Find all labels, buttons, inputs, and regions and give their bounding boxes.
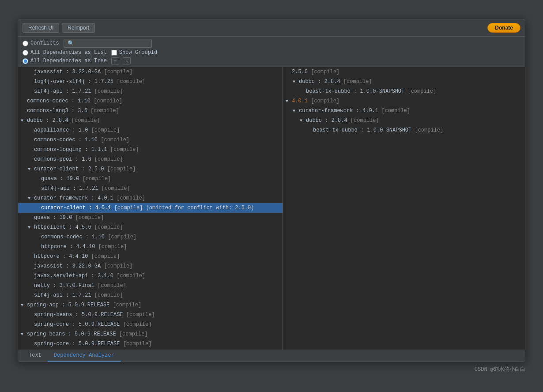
left-tree-item[interactable]: ▼spring-aop : 5.0.9.RELEASE [compile] xyxy=(18,300,283,310)
dep-scope: [compile] xyxy=(101,263,132,269)
search-input[interactable] xyxy=(64,39,152,48)
show-group-id-checkbox[interactable] xyxy=(111,50,117,56)
left-tree-item[interactable]: commons-lang3 : 3.5 [compile] xyxy=(18,106,283,116)
dep-scope: [compile] xyxy=(113,195,145,201)
collapse-all-button[interactable]: ÷ xyxy=(123,57,131,64)
tree-toggle[interactable]: ▼ xyxy=(21,117,27,124)
dep-scope: [compile] xyxy=(88,127,120,133)
dep-name: curator-client xyxy=(34,166,79,172)
tree-toggle[interactable]: ▼ xyxy=(21,331,27,338)
right-tree-item[interactable]: beast-tx-dubbo : 1.0.0-SNAPSHOT [compile… xyxy=(283,87,525,96)
dep-version: : 1.10 xyxy=(83,234,105,240)
dep-version: : 19.0 xyxy=(57,176,79,182)
left-tree-item[interactable]: httpcore : 4.4.10 [compile] xyxy=(18,252,283,261)
left-tree-item[interactable]: spring-beans : 5.0.9.RELEASE [compile] xyxy=(18,310,283,320)
left-tree-item[interactable]: guava : 19.0 [compile] xyxy=(18,213,283,222)
donate-button[interactable]: Donate xyxy=(487,23,520,33)
tree-toggle[interactable]: ▼ xyxy=(300,117,306,124)
all-deps-tree-radio[interactable] xyxy=(23,58,28,64)
dep-version: : 1.6 xyxy=(72,156,91,162)
all-deps-tree-radio-label[interactable]: All Dependencies as Tree xyxy=(23,58,107,64)
right-tree-item[interactable]: beast-tx-dubbo : 1.0.0-SNAPSHOT [compile… xyxy=(283,125,525,135)
dep-scope: [compile] xyxy=(411,127,443,133)
left-tree-item[interactable]: aopalliance : 1.0 [compile] xyxy=(18,125,283,135)
dep-name: dubbo xyxy=(299,79,315,85)
dep-scope: [compile] xyxy=(105,234,136,240)
tree-toggle[interactable]: ▼ xyxy=(28,195,34,202)
left-tree-item[interactable]: curator-client : 4.0.1 [compile] (omitte… xyxy=(18,203,283,213)
tree-toggle[interactable]: ▼ xyxy=(286,98,292,105)
dep-scope: [compile] xyxy=(91,224,123,230)
tree-toggle[interactable]: ▼ xyxy=(28,166,34,173)
dep-version: : 3.7.0.Final xyxy=(50,283,94,289)
left-tree-item[interactable]: slf4j-api : 1.7.21 [compile] xyxy=(18,87,283,96)
left-tree-item[interactable]: log4j-over-slf4j : 1.7.25 [compile] xyxy=(18,77,283,87)
left-tree-item[interactable]: commons-pool : 1.6 [compile] xyxy=(18,155,283,164)
left-tree-item[interactable]: commons-codec : 1.10 [compile] xyxy=(18,96,283,106)
dep-name: commons-pool xyxy=(34,156,72,162)
left-tree-item[interactable]: slf4j-api : 1.7.21 [compile] xyxy=(18,290,283,300)
dep-scope: [compile] xyxy=(72,215,104,221)
dep-scope: [compile] xyxy=(120,321,151,328)
tree-item-text: slf4j-api : 1.7.21 [compile] xyxy=(34,291,123,299)
left-tree-item[interactable]: commons-logging : 1.1.1 [compile] xyxy=(18,145,283,155)
right-tree-item[interactable]: ▼curator-framework : 4.0.1 [compile] xyxy=(283,106,525,116)
expand-all-button[interactable]: ≡ xyxy=(111,57,119,64)
all-deps-list-radio-label[interactable]: All Dependencies as List xyxy=(23,49,107,56)
dep-version: : 5.0.9.RELEASE xyxy=(69,341,120,347)
left-tree-item[interactable]: javassist : 3.22.0-GA [compile] xyxy=(18,67,283,77)
left-tree-item[interactable]: netty : 3.7.0.Final [compile] xyxy=(18,281,283,290)
right-tree-item[interactable]: 2.5.0 [compile] xyxy=(283,67,525,77)
dep-version: : 2.5.0 xyxy=(79,166,104,172)
tree-toggle[interactable]: ▼ xyxy=(28,224,34,231)
left-tree-item[interactable]: guava : 19.0 [compile] xyxy=(18,174,283,184)
tab-text[interactable]: Text xyxy=(23,350,48,362)
conflicts-radio[interactable] xyxy=(23,41,28,46)
dep-name: javassist xyxy=(34,69,63,75)
dep-scope: [compile] xyxy=(91,156,123,162)
left-tree-item[interactable]: commons-codec : 1.10 [compile] xyxy=(18,232,283,242)
left-tree-item[interactable]: ▼httpclient : 4.5.6 [compile] xyxy=(18,222,283,232)
left-tree-item[interactable]: javax.servlet-api : 3.1.0 [compile] xyxy=(18,271,283,281)
filter-row-2: All Dependencies as List Show GroupId xyxy=(23,49,520,56)
dep-scope: [compile] xyxy=(68,117,100,124)
right-panel[interactable]: 2.5.0 [compile]▼dubbo : 2.8.4 [compile]b… xyxy=(283,67,525,350)
left-panel[interactable]: javassist : 3.22.0-GA [compile]log4j-ove… xyxy=(18,67,283,350)
dep-version: : 1.7.25 xyxy=(85,79,113,85)
all-deps-list-radio[interactable] xyxy=(23,50,28,56)
left-tree-item[interactable]: javassist : 3.22.0-GA [compile] xyxy=(18,261,283,271)
tree-toggle[interactable]: ▼ xyxy=(293,79,299,85)
dep-version: : 19.0 xyxy=(50,215,72,221)
left-tree-item[interactable]: ▼curator-framework : 4.0.1 [compile] xyxy=(18,193,283,203)
left-tree-item[interactable]: ▼spring-beans : 5.0.9.RELEASE [compile] xyxy=(18,329,283,339)
right-tree-item[interactable]: ▼dubbo : 2.8.4 [compile] xyxy=(283,77,525,87)
tree-item-text: guava : 19.0 [compile] xyxy=(34,214,104,222)
dep-version: : 2.8.4 xyxy=(322,117,347,124)
dep-scope: [compile] xyxy=(308,69,339,75)
tree-toggle[interactable]: ▼ xyxy=(21,302,27,309)
tree-item-text: spring-core : 5.0.9.RELEASE [compile] xyxy=(34,320,151,328)
tree-toggle[interactable]: ▼ xyxy=(293,108,299,114)
left-tree-item[interactable]: spring-core : 5.0.9.RELEASE [compile] xyxy=(18,320,283,329)
dep-name: javassist xyxy=(34,263,63,269)
left-tree-item[interactable]: ▼curator-client : 2.5.0 [compile] xyxy=(18,164,283,174)
tree-item-text: 4.0.1 [compile] xyxy=(292,97,339,105)
right-tree-item[interactable]: ▼dubbo : 2.8.4 [compile] xyxy=(283,116,525,125)
main-content: javassist : 3.22.0-GA [compile]log4j-ove… xyxy=(18,67,525,350)
refresh-ui-button[interactable]: Refresh UI xyxy=(23,23,59,33)
dep-scope: [compile] xyxy=(104,166,136,172)
left-tree-item[interactable]: spring-core : 5.0.9.RELEASE [compile] xyxy=(18,339,283,349)
tab-dependency-analyzer[interactable]: Dependency Analyzer xyxy=(48,350,121,362)
left-tree-item[interactable]: ▼dubbo : 2.8.4 [compile] xyxy=(18,116,283,125)
dep-scope: [compile] xyxy=(94,283,126,289)
show-group-id-checkbox-label[interactable]: Show GroupId xyxy=(111,49,157,56)
left-tree-item[interactable]: httpcore : 4.4.10 [compile] xyxy=(18,242,283,252)
left-tree-item[interactable]: slf4j-api : 1.7.21 [compile] xyxy=(18,184,283,193)
reimport-button[interactable]: Reimport xyxy=(62,23,95,33)
left-tree-item[interactable]: commons-codec : 1.10 [compile] xyxy=(18,135,283,145)
dep-version: : 5.0.9.RELEASE xyxy=(69,321,120,328)
dep-name: javax.servlet-api xyxy=(34,273,88,279)
conflicts-radio-label[interactable]: Conflicts xyxy=(23,40,59,46)
dep-version: : 5.0.9.RELEASE xyxy=(59,302,109,308)
right-tree-item[interactable]: ▼4.0.1 [compile] xyxy=(283,96,525,106)
